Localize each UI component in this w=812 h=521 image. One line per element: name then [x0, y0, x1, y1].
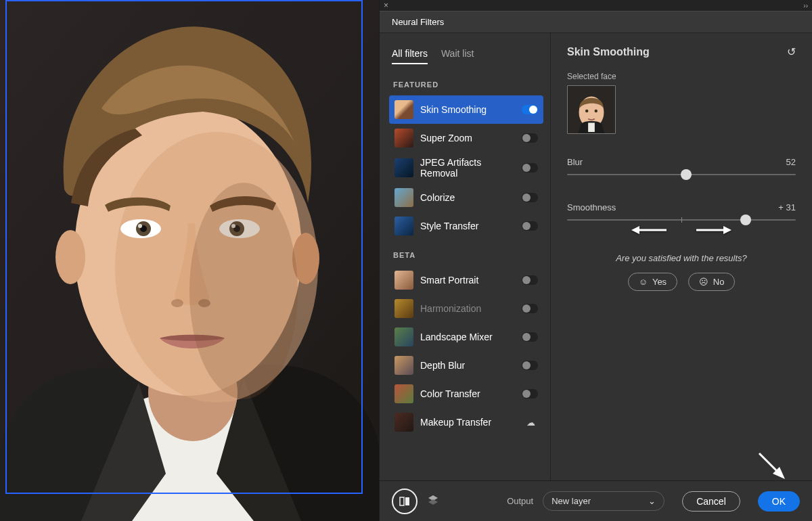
filter-item-harmonization[interactable]: Harmonization	[389, 294, 543, 323]
tab-all-filters[interactable]: All filters	[392, 48, 428, 64]
layers-icon[interactable]	[427, 494, 439, 509]
annotation-pointer-arrow	[757, 451, 786, 480]
svg-marker-30	[428, 499, 438, 505]
filter-thumb	[394, 299, 413, 318]
filter-thumb	[394, 100, 413, 119]
frown-icon: ☹	[699, 277, 708, 287]
canvas-photo[interactable]	[0, 0, 379, 521]
filter-toggle[interactable]	[522, 163, 538, 173]
section-beta: BETA	[393, 251, 543, 259]
before-after-toggle-button[interactable]	[392, 489, 418, 514]
filter-label: Super Zoom	[420, 133, 515, 143]
filter-thumb	[394, 384, 413, 403]
filter-thumb	[394, 158, 413, 177]
filter-thumb	[394, 217, 413, 235]
filter-thumb	[394, 413, 413, 432]
feedback-question: Are you satisfied with the results?	[567, 253, 796, 263]
filter-label: Makeup Transfer	[420, 417, 520, 428]
blur-slider[interactable]	[567, 174, 796, 175]
filter-toggle[interactable]	[522, 275, 538, 285]
filter-label: Landscape Mixer	[420, 332, 515, 342]
blur-label: Blur	[567, 157, 583, 167]
reset-icon[interactable]: ↺	[787, 45, 796, 58]
filter-settings-column: Skin Smoothing ↺ Selected face B	[551, 33, 812, 480]
blur-value: 52	[786, 157, 796, 167]
filter-item-jpeg-artifacts-removal[interactable]: JPEG Artifacts Removal	[389, 152, 543, 183]
svg-marker-24	[723, 226, 731, 234]
feedback-no-label: No	[713, 277, 725, 287]
annotation-arrows	[567, 225, 796, 235]
feedback-yes-button[interactable]: ☺ Yes	[628, 273, 678, 291]
filter-item-depth-blur[interactable]: Depth Blur	[389, 351, 543, 380]
cancel-button[interactable]: Cancel	[682, 491, 740, 512]
filter-label: Colorize	[420, 192, 515, 203]
filter-toggle[interactable]	[522, 193, 538, 202]
filter-thumb	[394, 356, 413, 375]
filter-item-skin-smoothing[interactable]: Skin Smoothing	[389, 95, 543, 124]
filter-label: Style Transfer	[420, 221, 515, 231]
filter-item-landscape-mixer[interactable]: Landscape Mixer	[389, 323, 543, 351]
panel-title: Neural Filters	[380, 12, 456, 32]
filter-item-super-zoom[interactable]: Super Zoom	[389, 124, 543, 152]
filter-toggle[interactable]	[522, 105, 538, 114]
selection-rectangle	[5, 0, 363, 494]
panel-footer: Output New layer ⌄ Cancel OK	[380, 480, 812, 521]
svg-marker-22	[631, 226, 639, 234]
filter-label: Harmonization	[420, 303, 515, 314]
filter-item-colorize[interactable]: Colorize	[389, 183, 543, 212]
filter-toggle[interactable]	[522, 221, 538, 231]
filter-item-smart-portrait[interactable]: Smart Portrait	[389, 266, 543, 294]
filter-toggle[interactable]	[522, 389, 538, 399]
section-featured: FEATURED	[393, 81, 543, 89]
smoothness-slider[interactable]	[567, 219, 796, 221]
svg-rect-27	[400, 497, 404, 505]
filter-thumb	[394, 129, 413, 148]
cloud-download-icon[interactable]: ☁	[526, 417, 535, 428]
filter-item-makeup-transfer[interactable]: Makeup Transfer☁	[389, 408, 543, 436]
filter-toggle[interactable]	[522, 361, 538, 370]
filter-item-style-transfer[interactable]: Style Transfer	[389, 212, 543, 240]
featured-filters-list: Skin SmoothingSuper ZoomJPEG Artifacts R…	[389, 95, 543, 240]
smoothness-value: + 31	[778, 202, 796, 212]
chevron-down-icon: ⌄	[648, 496, 656, 506]
filter-label: Smart Portrait	[420, 275, 515, 286]
beta-filters-list: Smart PortraitHarmonizationLandscape Mix…	[389, 266, 543, 436]
filter-label: Depth Blur	[420, 360, 515, 371]
svg-rect-28	[405, 497, 409, 505]
filter-label: JPEG Artifacts Removal	[420, 157, 515, 179]
output-value: New layer	[551, 496, 591, 506]
blur-slider-knob[interactable]	[681, 169, 692, 180]
filter-item-color-transfer[interactable]: Color Transfer	[389, 380, 543, 408]
svg-rect-18	[588, 122, 595, 132]
filter-toggle[interactable]	[522, 133, 538, 143]
selected-face-thumbnail[interactable]	[567, 85, 616, 134]
filters-list-column: All filters Wait list FEATURED Skin Smoo…	[380, 33, 551, 480]
feedback-yes-label: Yes	[652, 277, 667, 287]
settings-title: Skin Smoothing	[567, 46, 787, 58]
selected-face-label: Selected face	[567, 72, 796, 81]
collapse-panel-icon[interactable]: ››	[803, 2, 808, 9]
svg-point-20	[595, 110, 597, 112]
ok-button[interactable]: OK	[758, 491, 800, 512]
filter-toggle[interactable]	[522, 304, 538, 313]
output-select[interactable]: New layer ⌄	[543, 491, 664, 511]
filter-thumb	[394, 271, 413, 290]
svg-line-25	[759, 453, 781, 475]
smoothness-slider-knob[interactable]	[740, 214, 751, 225]
smoothness-label: Smoothness	[567, 202, 616, 212]
output-label: Output	[507, 496, 533, 506]
svg-point-19	[585, 110, 588, 112]
close-panel-icon[interactable]: ×	[384, 1, 388, 10]
filter-thumb	[394, 327, 413, 346]
svg-marker-26	[773, 467, 785, 479]
tab-wait-list[interactable]: Wait list	[441, 48, 474, 64]
filter-label: Skin Smoothing	[420, 104, 515, 115]
filter-thumb	[394, 188, 413, 207]
neural-filters-panel: × ›› Neural Filters All filters Wait lis…	[379, 0, 812, 521]
filter-label: Color Transfer	[420, 388, 515, 399]
smile-icon: ☺	[639, 277, 648, 287]
feedback-no-button[interactable]: ☹ No	[688, 273, 736, 291]
filter-toggle[interactable]	[522, 332, 538, 342]
